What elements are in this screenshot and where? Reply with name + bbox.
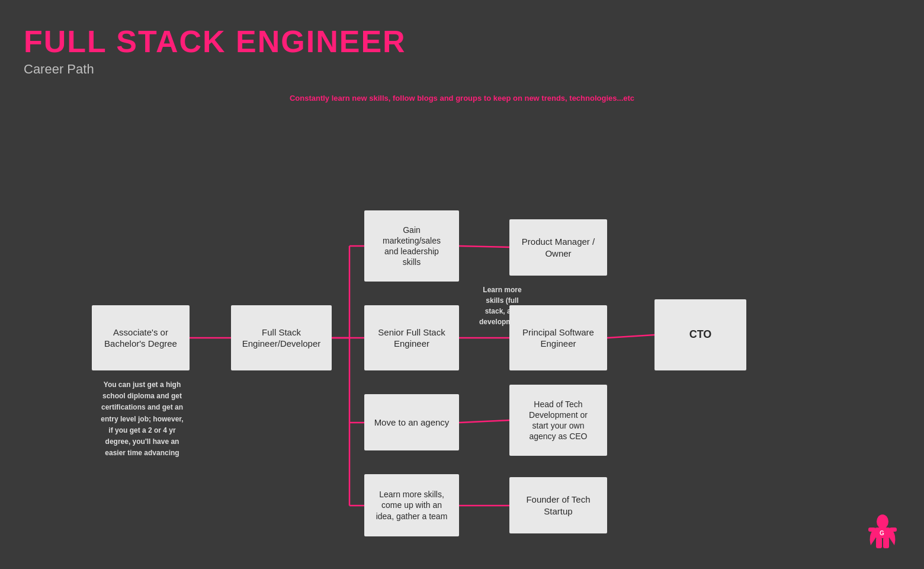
sub-title: Career Path	[24, 62, 406, 77]
node-principal: Principal SoftwareEngineer	[509, 305, 607, 370]
degree-note: You can just get a highschool diploma an…	[83, 379, 201, 459]
node-learn-more: Learn more skills,come up with anidea, g…	[364, 474, 459, 536]
node-agency: Move to an agency	[364, 394, 459, 450]
node-cto: CTO	[654, 299, 746, 370]
node-degree: Associate's orBachelor's Degree	[92, 305, 190, 370]
svg-text:G: G	[880, 530, 884, 536]
diagram: Associate's orBachelor's Degree You can …	[0, 110, 924, 554]
node-founder: Founder of TechStartup	[509, 477, 607, 533]
svg-line-9	[459, 246, 509, 247]
node-head-tech: Head of TechDevelopment orstart your own…	[509, 385, 607, 456]
svg-rect-17	[883, 538, 889, 548]
svg-line-13	[607, 335, 654, 338]
node-product-manager: Product Manager /Owner	[509, 219, 607, 276]
top-note: Constantly learn new skills, follow blog…	[290, 94, 634, 103]
svg-line-11	[459, 420, 509, 423]
node-fullstack: Full StackEngineer/Developer	[231, 305, 332, 370]
svg-rect-18	[868, 528, 875, 532]
svg-point-14	[877, 514, 888, 529]
node-senior: Senior Full StackEngineer	[364, 305, 459, 370]
header: FULL STACK ENGINEER Career Path	[24, 24, 406, 77]
svg-rect-16	[876, 538, 882, 548]
main-title: FULL STACK ENGINEER	[24, 24, 406, 59]
logo: G	[865, 510, 900, 551]
node-marketing: Gainmarketing/salesand leadershipskills	[364, 210, 459, 282]
svg-rect-19	[890, 528, 897, 532]
